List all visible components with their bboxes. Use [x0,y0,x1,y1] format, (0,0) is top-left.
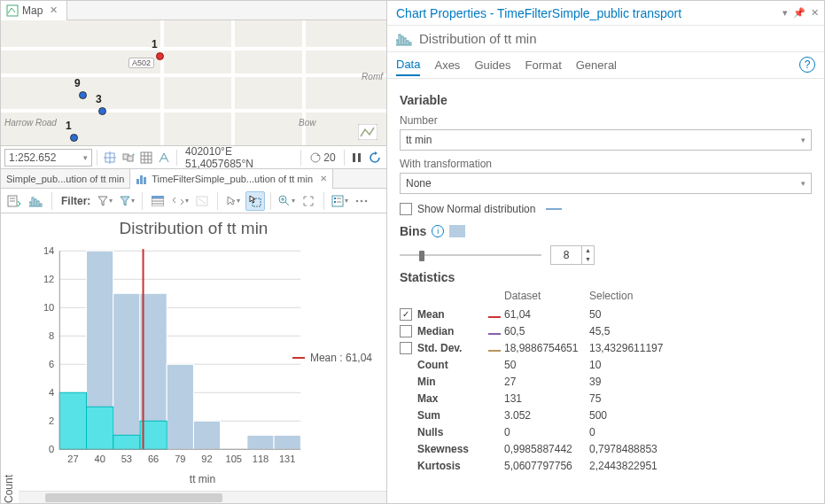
clear-selection-icon[interactable] [192,191,212,211]
zoom-icon[interactable] [276,191,296,211]
chart-xlabel: tt min [19,473,386,491]
chevron-down-icon[interactable]: ▾ [801,179,806,188]
map-point-blue[interactable] [98,107,106,115]
map-point-blue[interactable] [79,91,87,99]
map-tab[interactable]: Map ✕ [1,1,67,20]
refresh-icon[interactable] [367,149,383,167]
stat-label-sum: Sum [417,409,440,422]
median-checkbox[interactable] [400,325,412,337]
mean-line-icon [292,357,305,359]
mean-checkbox[interactable] [400,308,412,321]
help-icon[interactable]: ? [799,57,815,73]
scale-value: 1:252.652 [9,151,56,164]
svg-text:+: + [132,151,136,157]
selection-mode-icon[interactable] [223,191,243,211]
stat-count-dataset: 50 [504,359,589,371]
median-swatch [488,333,501,335]
chevron-down-icon[interactable]: ▾ [83,153,88,162]
svg-rect-72 [274,435,300,449]
tab-guides[interactable]: Guides [474,55,510,75]
checkbox-icon[interactable] [400,203,412,215]
map-place-bow: Bow [299,118,315,128]
svg-text:92: 92 [201,454,212,464]
map-point-red[interactable] [156,52,164,60]
close-icon[interactable]: ✕ [320,174,327,183]
basemap-icon[interactable] [358,124,377,140]
mean-swatch [488,316,501,318]
swap-icon[interactable] [170,191,190,211]
full-extent-icon[interactable] [299,191,318,211]
dynamic-constraints-icon[interactable] [156,149,172,167]
stat-label-min: Min [417,376,436,388]
chart-toolbar: Filter: [1,189,386,213]
chart-tab-label: TimeFilterSimple_pub...ution of tt min [152,174,313,184]
pin-icon[interactable]: 📌 [793,7,806,19]
filter-selection-icon[interactable] [95,191,114,211]
bins-spinner[interactable]: 8 ▲▼ [550,245,595,265]
map-point-blue[interactable] [70,134,78,142]
stats-table: Dataset Selection Mean 61,04 50 Median 6… [400,290,812,474]
chart-tab-1[interactable]: Simple_pub...ution of tt min [1,169,130,189]
rotation-display[interactable]: 20 [306,151,339,164]
tab-axes[interactable]: Axes [434,55,460,75]
chart-panel: Distribution of tt min Count 02468101214… [1,213,386,503]
map-place-romf: Romf [362,72,383,81]
filter-extent-icon[interactable] [117,191,136,211]
svg-line-37 [285,202,289,205]
stat-std-selection: 13,4329611197 [589,342,687,354]
stat-label-count: Count [417,359,448,371]
more-icon[interactable] [352,191,371,211]
pause-icon[interactable] [349,149,365,167]
chevron-down-icon[interactable]: ▾ [801,136,806,144]
legend-icon[interactable] [330,191,349,211]
svg-text:27: 27 [67,454,78,464]
extent-icon[interactable] [102,149,118,167]
info-icon[interactable]: i [432,225,444,237]
horizontal-scrollbar[interactable] [19,491,386,503]
grid-icon[interactable] [138,149,154,167]
chart-tab-2[interactable]: TimeFilterSimple_pub...ution of tt min ✕ [130,169,333,189]
table-icon[interactable] [148,191,167,211]
properties-icon[interactable] [4,191,24,211]
map-point-label: 9 [74,77,81,89]
svg-rect-32 [152,196,164,198]
dropdown-icon[interactable]: ▾ [782,7,788,19]
map-canvas[interactable]: A502 Bow Romf Harrow Road 1 9 3 1 [1,20,386,146]
bins-value: 8 [551,249,581,261]
map-place-harrow: Harrow Road [4,118,57,128]
stat-max-dataset: 131 [504,392,589,405]
chart-plot[interactable]: 02468101214274053667992105118131 Mean : … [24,244,381,471]
svg-text:40: 40 [94,454,105,464]
tab-format[interactable]: Format [525,55,562,75]
svg-rect-19 [144,177,146,184]
show-normal-label: Show Normal distribution [417,203,535,215]
map-tab-label: Map [22,4,43,17]
show-normal-checkbox[interactable]: Show Normal distribution [400,203,812,215]
tab-data[interactable]: Data [396,54,420,76]
svg-text:14: 14 [43,245,54,256]
std-checkbox[interactable] [400,342,412,354]
chart-properties-header: Chart Properties - TimeFilterSimple_publ… [387,1,824,26]
stat-kurt-selection: 2,2443822951 [589,460,687,472]
spin-up-icon[interactable]: ▲ [582,246,594,255]
rectangle-select-icon[interactable] [245,191,265,211]
std-swatch [488,350,501,352]
bins-color-swatch[interactable] [449,225,465,237]
histogram-icon[interactable] [27,191,46,211]
stat-label-std: Std. Dev. [417,342,462,354]
svg-rect-68 [167,364,193,449]
tab-general[interactable]: General [576,55,617,75]
stat-label-mean: Mean [417,308,445,321]
scale-input[interactable]: 1:252.652 ▾ [4,149,92,167]
spin-down-icon[interactable]: ▼ [582,255,594,264]
separator [270,192,271,210]
svg-rect-0 [7,5,18,16]
bins-slider[interactable] [400,249,541,261]
separator [323,192,324,210]
close-icon[interactable]: ✕ [50,4,58,16]
snapping-icon[interactable]: + [120,149,136,167]
close-icon[interactable]: ✕ [811,7,819,19]
number-dropdown[interactable]: tt min ▾ [400,129,812,151]
svg-rect-23 [29,202,31,206]
transform-dropdown[interactable]: None ▾ [400,173,812,194]
